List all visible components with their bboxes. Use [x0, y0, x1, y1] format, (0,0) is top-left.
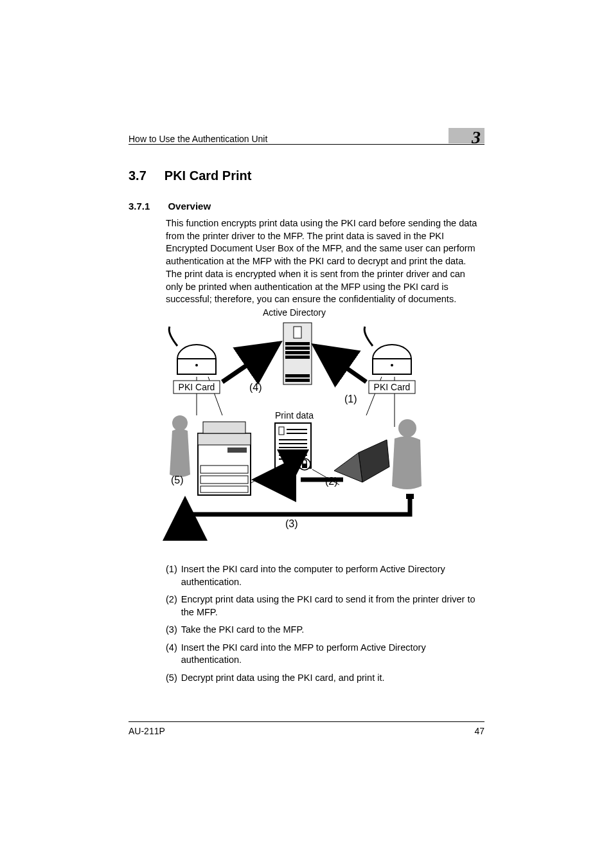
label-pki-card-left: PKI Card [177, 382, 216, 392]
marker-4: (4) [249, 382, 262, 393]
svg-rect-15 [279, 427, 284, 435]
svg-rect-33 [200, 486, 248, 493]
svg-rect-34 [203, 422, 245, 433]
print-data-icon [275, 423, 311, 470]
svg-rect-3 [285, 351, 310, 354]
diagram-svg [166, 307, 423, 544]
workflow-diagram: Active Directory [166, 307, 423, 544]
footer-page: 47 [474, 726, 484, 736]
svg-point-10 [195, 364, 198, 366]
svg-rect-1 [285, 342, 310, 345]
marker-1: (1) [344, 393, 357, 405]
svg-line-26 [248, 469, 274, 485]
svg-rect-25 [302, 464, 307, 468]
svg-rect-7 [294, 327, 301, 338]
footer-row: AU-211P 47 [129, 726, 484, 736]
person-laptop-icon [334, 419, 422, 489]
label-print-data: Print data [262, 410, 326, 420]
running-head: How to Use the Authentication Unit [129, 134, 267, 144]
step-1-num: (1) [166, 563, 177, 588]
step-list: (1) Insert the PKI card into the compute… [166, 563, 484, 690]
page: 3 How to Use the Authentication Unit 3.7… [0, 0, 613, 868]
step-3-text: Take the PKI card to the MFP. [181, 624, 305, 637]
subsection-title: Overview [168, 201, 211, 212]
svg-point-13 [391, 364, 393, 366]
card-reader-left-icon [169, 327, 216, 374]
marker-3: (3) [285, 518, 298, 530]
server-icon [283, 323, 312, 384]
step-5: (5) Decrypt print data using the PKI car… [166, 672, 484, 685]
step-2-text: Encrypt print data using the PKI card to… [181, 593, 484, 619]
svg-rect-6 [285, 379, 310, 382]
paragraph-1: This function encrypts print data using … [166, 217, 484, 267]
svg-rect-5 [285, 374, 310, 377]
step-4-text: Insert the PKI card into the MFP to perf… [181, 642, 484, 667]
step-4: (4) Insert the PKI card into the MFP to … [166, 642, 484, 667]
running-head-row: How to Use the Authentication Unit [129, 134, 484, 144]
header-rule [129, 144, 484, 145]
step-2-num: (2) [166, 593, 177, 619]
card-reader-right-icon [364, 327, 411, 374]
svg-rect-32 [200, 476, 248, 484]
svg-point-28 [172, 415, 188, 431]
svg-line-43 [315, 346, 366, 382]
step-1-text: Insert the PKI card into the computer to… [181, 563, 484, 588]
section-title: PKI Card Print [164, 168, 252, 183]
marker-2: (2) [325, 476, 338, 487]
step-1: (1) Insert the PKI card into the compute… [166, 563, 484, 588]
svg-point-36 [398, 419, 416, 437]
svg-rect-4 [285, 356, 310, 359]
section-number: 3.7 [129, 168, 147, 183]
svg-line-44 [222, 343, 279, 382]
svg-rect-31 [200, 466, 248, 473]
step-3: (3) Take the PKI card to the MFP. [166, 624, 484, 637]
svg-rect-48 [406, 494, 414, 499]
step-3-num: (3) [166, 624, 177, 637]
label-pki-card-right: PKI Card [373, 382, 411, 392]
svg-rect-30 [198, 433, 251, 445]
step-5-text: Decrypt print data using the PKI card, a… [181, 672, 385, 685]
label-active-directory: Active Directory [166, 307, 423, 318]
svg-rect-35 [227, 448, 247, 453]
subsection-number: 3.7.1 [129, 201, 150, 212]
step-5-num: (5) [166, 672, 177, 685]
subsection-heading: 3.7.1 Overview [129, 201, 211, 212]
footer-product: AU-211P [129, 726, 165, 736]
svg-rect-2 [285, 347, 310, 350]
footer-rule [129, 721, 484, 722]
marker-5: (5) [171, 475, 184, 486]
section-heading: 3.7 PKI Card Print [129, 168, 251, 183]
step-2: (2) Encrypt print data using the PKI car… [166, 593, 484, 619]
step-4-num: (4) [166, 642, 177, 667]
paragraph-2: The print data is encrypted when it is s… [166, 268, 484, 306]
